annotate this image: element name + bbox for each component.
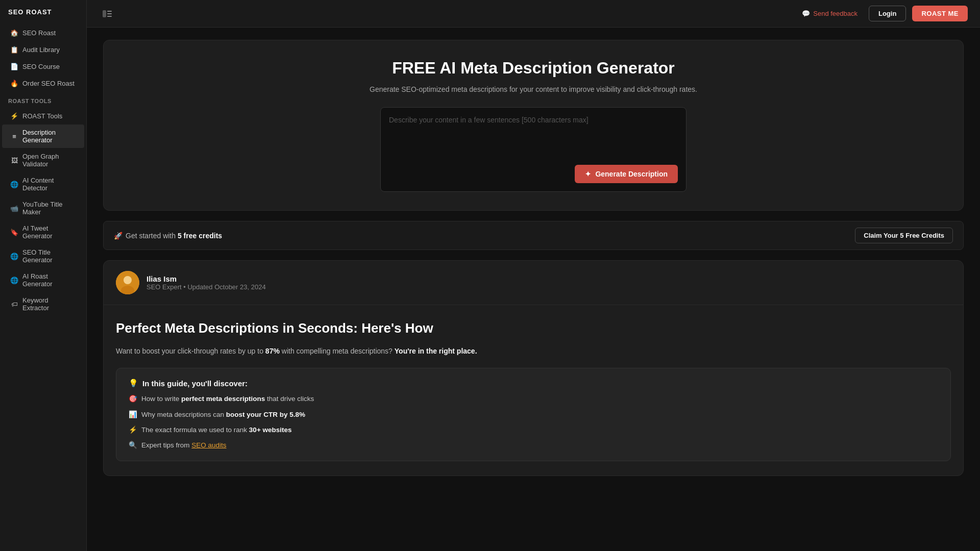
generator-title: FREE AI Meta Description Generator [120, 59, 947, 78]
nav-icon: 🔥 [10, 79, 18, 87]
article-author-bar: Ilias Ism SEO Expert • Updated October 2… [104, 261, 963, 305]
sparkle-icon: ✦ [585, 170, 591, 178]
tool-icon: ≡ [10, 132, 18, 140]
sidebar-item-seo-course[interactable]: 📄SEO Course [2, 58, 84, 74]
header: 💬 Send feedback Login ROAST ME [87, 0, 980, 28]
content-textarea[interactable] [389, 116, 678, 157]
tool-icon: 📹 [10, 204, 18, 212]
sidebar-section-label: ROAST Tools [0, 92, 86, 107]
sidebar-tools-nav: ⚡ROAST Tools≡Description Generator🖼Open … [0, 107, 86, 316]
info-box: 💡 In this guide, you'll discover: 🎯How t… [116, 368, 951, 461]
sidebar-item-label: Open Graph Validator [22, 153, 76, 168]
svg-rect-2 [107, 13, 112, 14]
article-card: Ilias Ism SEO Expert • Updated October 2… [103, 260, 964, 476]
chat-icon: 💬 [802, 10, 810, 17]
sidebar: SEO ROAST 🏠SEO Roast📋Audit Library📄SEO C… [0, 0, 87, 551]
sidebar-item-roast-tools[interactable]: ⚡ROAST Tools [2, 108, 84, 124]
sidebar-item-open-graph-validator[interactable]: 🖼Open Graph Validator [2, 148, 84, 172]
sidebar-item-audit-library[interactable]: 📋Audit Library [2, 41, 84, 58]
svg-point-5 [124, 276, 132, 284]
info-box-list: 🎯How to write perfect meta descriptions … [129, 394, 938, 450]
generator-subtitle: Generate SEO-optimized meta descriptions… [120, 84, 947, 95]
info-box-item: ⚡The exact formula we used to rank 30+ w… [129, 425, 938, 435]
brand-logo: SEO ROAST [0, 8, 86, 24]
info-box-title: 💡 In this guide, you'll discover: [129, 379, 938, 388]
tool-icon: 🌐 [10, 252, 18, 260]
article-intro: Want to boost your click-through rates b… [116, 345, 951, 358]
tool-icon: ⚡ [10, 112, 18, 120]
send-feedback-button[interactable]: 💬 Send feedback [797, 7, 863, 20]
list-emoji: ⚡ [129, 425, 137, 435]
sidebar-item-description-generator[interactable]: ≡Description Generator [2, 124, 84, 148]
login-button[interactable]: Login [869, 6, 906, 21]
svg-rect-0 [103, 10, 106, 17]
svg-rect-1 [107, 11, 112, 12]
article-body: Perfect Meta Descriptions in Seconds: He… [104, 305, 963, 475]
sidebar-item-label: YouTube Title Maker [22, 201, 76, 216]
sidebar-toggle-button[interactable] [99, 6, 115, 22]
tool-icon: 🖼 [10, 156, 18, 164]
credits-banner: 🚀 Get started with 5 free credits Claim … [103, 221, 964, 250]
sidebar-item-ai-roast-generator[interactable]: 🌐AI Roast Generator [2, 268, 84, 292]
sidebar-item-label: AI Roast Generator [22, 272, 76, 288]
main-content: FREE AI Meta Description Generator Gener… [87, 28, 980, 551]
sidebar-item-youtube-title-maker[interactable]: 📹YouTube Title Maker [2, 196, 84, 220]
author-name: Ilias Ism [146, 274, 266, 283]
generator-card: FREE AI Meta Description Generator Gener… [103, 40, 964, 211]
sidebar-item-label: SEO Roast [22, 29, 56, 37]
main-content-area: 💬 Send feedback Login ROAST ME FREE AI M… [87, 0, 980, 551]
svg-rect-3 [107, 16, 112, 17]
sidebar-item-label: AI Tweet Generator [22, 224, 76, 240]
tool-icon: 🔖 [10, 228, 18, 236]
nav-icon: 🏠 [10, 29, 18, 37]
list-emoji: 🎯 [129, 394, 137, 404]
info-box-item: 📊Why meta descriptions can boost your CT… [129, 410, 938, 420]
tool-icon: 🌐 [10, 180, 18, 188]
sidebar-item-label: Keyword Extractor [22, 296, 76, 312]
roast-me-button[interactable]: ROAST ME [912, 6, 968, 21]
sidebar-item-label: Order SEO Roast [22, 80, 75, 87]
nav-icon: 📋 [10, 45, 18, 54]
header-right: 💬 Send feedback Login ROAST ME [797, 6, 968, 21]
list-emoji: 🔍 [129, 440, 137, 450]
tool-icon: 🌐 [10, 276, 18, 284]
sidebar-item-seo-roast[interactable]: 🏠SEO Roast [2, 24, 84, 41]
generate-description-button[interactable]: ✦ Generate Description [575, 165, 678, 183]
header-left [99, 6, 115, 22]
sidebar-item-label: SEO Title Generator [22, 248, 76, 264]
claim-credits-button[interactable]: Claim Your 5 Free Credits [855, 228, 953, 243]
sidebar-item-keyword-extractor[interactable]: 🏷Keyword Extractor [2, 292, 84, 316]
sidebar-item-label: Audit Library [22, 46, 60, 54]
sidebar-item-label: AI Content Detector [22, 177, 76, 192]
author-avatar [116, 271, 139, 294]
sidebar-item-seo-title-generator[interactable]: 🌐SEO Title Generator [2, 244, 84, 268]
sidebar-item-ai-content-detector[interactable]: 🌐AI Content Detector [2, 172, 84, 196]
sidebar-item-order-seo-roast[interactable]: 🔥Order SEO Roast [2, 75, 84, 91]
info-box-item: 🎯How to write perfect meta descriptions … [129, 394, 938, 404]
list-emoji: 📊 [129, 410, 137, 420]
info-box-item: 🔍Expert tips from SEO audits [129, 440, 938, 450]
author-meta: SEO Expert • Updated October 23, 2024 [146, 283, 266, 291]
tool-icon: 🏷 [10, 300, 18, 308]
sidebar-item-label: SEO Course [22, 63, 60, 70]
rocket-icon: 🚀 [114, 232, 122, 240]
sidebar-item-label: Description Generator [22, 129, 76, 144]
generate-btn-row: ✦ Generate Description [389, 165, 678, 183]
author-info: Ilias Ism SEO Expert • Updated October 2… [146, 274, 266, 291]
sidebar-item-label: ROAST Tools [22, 112, 62, 120]
textarea-wrapper: ✦ Generate Description [380, 107, 687, 192]
credits-left-text: 🚀 Get started with 5 free credits [114, 232, 222, 240]
nav-icon: 📄 [10, 62, 18, 70]
article-title: Perfect Meta Descriptions in Seconds: He… [116, 319, 951, 337]
sidebar-item-ai-tweet-generator[interactable]: 🔖AI Tweet Generator [2, 220, 84, 244]
sidebar-main-nav: 🏠SEO Roast📋Audit Library📄SEO Course🔥Orde… [0, 24, 86, 92]
lightbulb-icon: 💡 [129, 379, 138, 388]
